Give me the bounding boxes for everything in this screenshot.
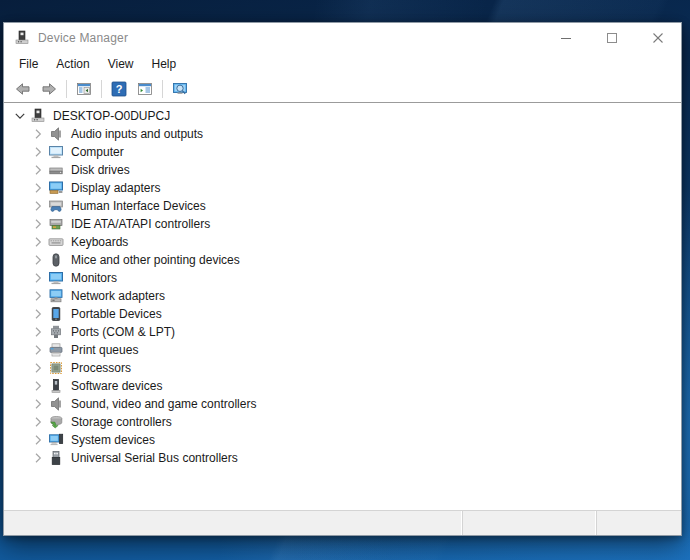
tree-item-label: Monitors (69, 270, 119, 286)
chevron-right-icon[interactable] (30, 432, 46, 448)
show-action-pane-button[interactable] (133, 78, 157, 100)
tree-item-portable-devices[interactable]: Portable Devices (4, 305, 681, 323)
menu-view[interactable]: View (99, 54, 143, 75)
software-device-icon (48, 378, 64, 394)
svg-text:?: ? (116, 83, 123, 95)
tree-item-label: Universal Serial Bus controllers (69, 450, 240, 466)
titlebar: Device Manager (4, 23, 681, 53)
statusbar (4, 510, 681, 535)
toolbar-separator (162, 80, 163, 98)
tree-item-computer[interactable]: Computer (4, 143, 681, 161)
maximize-icon (604, 30, 620, 46)
tree-item-label: Computer (69, 144, 126, 160)
desktop: { "window": { "title": "Device Manager",… (0, 0, 690, 560)
help-icon: ? (111, 81, 127, 97)
tree-item-system-devices[interactable]: System devices (4, 431, 681, 449)
tree-item-ports-com-lpt[interactable]: Ports (COM & LPT) (4, 323, 681, 341)
chevron-right-icon[interactable] (30, 306, 46, 322)
chevron-right-icon[interactable] (30, 324, 46, 340)
tree-item-software-devices[interactable]: Software devices (4, 377, 681, 395)
processor-icon (48, 360, 64, 376)
forward-button[interactable] (37, 78, 61, 100)
status-section-mid (463, 511, 597, 535)
status-section-right (597, 511, 681, 535)
tree-item-label: Software devices (69, 378, 164, 394)
tree-item-label: Sound, video and game controllers (69, 396, 258, 412)
device-manager-icon (14, 30, 30, 46)
tree-item-label: System devices (69, 432, 157, 448)
chevron-right-icon[interactable] (30, 162, 46, 178)
usb-icon (48, 450, 64, 466)
chevron-right-icon[interactable] (30, 198, 46, 214)
minimize-button[interactable] (543, 23, 589, 53)
system-device-icon (48, 432, 64, 448)
device-tree-panel[interactable]: DESKTOP-O0DUPCJAudio inputs and outputsC… (4, 102, 681, 510)
tree-item-keyboards[interactable]: Keyboards (4, 233, 681, 251)
speaker-icon (48, 396, 64, 412)
menu-help[interactable]: Help (143, 54, 186, 75)
back-button[interactable] (11, 78, 35, 100)
help-button[interactable]: ? (107, 78, 131, 100)
monitor-blue-icon (48, 270, 64, 286)
chevron-down-icon[interactable] (12, 108, 28, 124)
tree-item-monitors[interactable]: Monitors (4, 269, 681, 287)
window-title: Device Manager (38, 31, 128, 45)
minimize-icon (558, 30, 574, 46)
chevron-right-icon[interactable] (30, 180, 46, 196)
ide-controller-icon (48, 216, 64, 232)
chevron-right-icon[interactable] (30, 270, 46, 286)
show-console-tree-button[interactable] (72, 78, 96, 100)
scan-hardware-changes-icon (172, 81, 188, 97)
chevron-right-icon[interactable] (30, 450, 46, 466)
tree-item-label: Processors (69, 360, 133, 376)
tree-item-label: Human Interface Devices (69, 198, 208, 214)
tree-item-storage-controllers[interactable]: Storage controllers (4, 413, 681, 431)
tree-item-ide-ata-atapi-controllers[interactable]: IDE ATA/ATAPI controllers (4, 215, 681, 233)
close-icon (650, 30, 666, 46)
menu-action[interactable]: Action (47, 54, 98, 75)
menu-file[interactable]: File (10, 54, 47, 75)
tree-item-sound-video-and-game-controllers[interactable]: Sound, video and game controllers (4, 395, 681, 413)
chevron-right-icon[interactable] (30, 378, 46, 394)
tree-item-label: DESKTOP-O0DUPCJ (51, 108, 172, 124)
chevron-right-icon[interactable] (30, 252, 46, 268)
tree-item-label: Disk drives (69, 162, 132, 178)
toolbar: ? (4, 76, 681, 102)
show-console-tree-icon (76, 81, 92, 97)
tree-item-label: Audio inputs and outputs (69, 126, 205, 142)
status-section-main (4, 511, 463, 535)
tree-item-processors[interactable]: Processors (4, 359, 681, 377)
toolbar-separator (66, 80, 67, 98)
caption-buttons (543, 23, 681, 53)
close-button[interactable] (635, 23, 681, 53)
chevron-right-icon[interactable] (30, 216, 46, 232)
tree-item-network-adapters[interactable]: Network adapters (4, 287, 681, 305)
tree-item-label: Storage controllers (69, 414, 174, 430)
tree-item-display-adapters[interactable]: Display adapters (4, 179, 681, 197)
tree-item-label: Display adapters (69, 180, 162, 196)
chevron-right-icon[interactable] (30, 342, 46, 358)
scan-hardware-changes-button[interactable] (168, 78, 192, 100)
chevron-right-icon[interactable] (30, 144, 46, 160)
maximize-button[interactable] (589, 23, 635, 53)
chevron-right-icon[interactable] (30, 360, 46, 376)
tree-item-universal-serial-bus-controllers[interactable]: Universal Serial Bus controllers (4, 449, 681, 467)
tree-item-human-interface-devices[interactable]: Human Interface Devices (4, 197, 681, 215)
serial-port-icon (48, 324, 64, 340)
chevron-right-icon[interactable] (30, 126, 46, 142)
show-action-pane-icon (137, 81, 153, 97)
display-adapter-icon (48, 180, 64, 196)
chevron-right-icon[interactable] (30, 288, 46, 304)
keyboard-icon (48, 234, 64, 250)
tree-item-disk-drives[interactable]: Disk drives (4, 161, 681, 179)
tree-item-label: Print queues (69, 342, 140, 358)
chevron-right-icon[interactable] (30, 234, 46, 250)
tree-item-mice-and-other-pointing-devices[interactable]: Mice and other pointing devices (4, 251, 681, 269)
chevron-right-icon[interactable] (30, 396, 46, 412)
chevron-right-icon[interactable] (30, 414, 46, 430)
tree-item-computer-root[interactable]: DESKTOP-O0DUPCJ (4, 107, 681, 125)
forward-icon (41, 81, 57, 97)
tree-item-audio-inputs-and-outputs[interactable]: Audio inputs and outputs (4, 125, 681, 143)
tree-item-print-queues[interactable]: Print queues (4, 341, 681, 359)
storage-controller-icon (48, 414, 64, 430)
